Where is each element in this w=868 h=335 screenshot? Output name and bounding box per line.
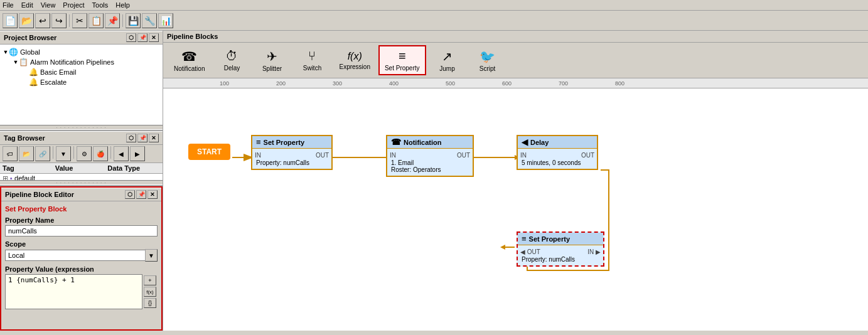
tool-delay[interactable]: ⏱ Delay <box>213 46 250 75</box>
ruler-500: 500 <box>446 80 455 87</box>
delay-header: ◀ Delay <box>518 136 597 149</box>
block-editor-close[interactable]: ✕ <box>147 190 158 199</box>
menu-view[interactable]: View <box>41 1 56 9</box>
main-layout: Project Browser ⬡ 📌 ✕ ▼ 🌐 Global ▼ 📋 Ala… <box>0 31 868 331</box>
ruler-800: 800 <box>615 80 624 87</box>
delay-detail: 5 minutes, 0 seconds <box>522 159 593 166</box>
tool-splitter[interactable]: ✈ Splitter <box>253 46 291 75</box>
tag-dtype-default <box>107 174 160 180</box>
main-toolbar: 📄 📂 ↩ ↪ ✂ 📋 📌 💾 🔧 📊 <box>0 11 868 31</box>
tree-item-escalate[interactable]: 🔔 Escalate <box>3 77 160 87</box>
tag-toolbar-sep <box>53 146 53 159</box>
tool-notification[interactable]: ☎ Notification <box>168 46 210 75</box>
toolbar-cut[interactable]: ✂ <box>72 13 87 28</box>
set-property-node-2[interactable]: ≡ Set Property ◀ OUT IN ▶ Property: numC… <box>517 231 604 267</box>
tag-row-default[interactable]: ⊞ ▪ default <box>0 174 163 180</box>
tree-label-escalate: Escalate <box>40 78 67 86</box>
tool-setproperty[interactable]: ≡ Set Property <box>378 45 426 75</box>
block-editor-pin[interactable]: 📌 <box>136 190 146 199</box>
tag-btn-7[interactable]: ◀ <box>114 146 129 161</box>
pipeline-canvas[interactable]: 100 200 300 400 500 600 700 800 <box>163 78 868 331</box>
tag-btn-3[interactable]: 🔗 <box>35 146 50 161</box>
property-value-textarea[interactable]: 1 {numCalls} + 1 <box>5 274 142 309</box>
project-browser: Project Browser ⬡ 📌 ✕ ▼ 🌐 Global ▼ 📋 Ala… <box>0 31 163 131</box>
escalate-icon: 🔔 <box>29 78 38 87</box>
notification-in: IN <box>390 152 396 159</box>
tool-script[interactable]: 🐦 Script <box>469 46 506 75</box>
tag-browser-resize[interactable]: · · · · · · · · · · · · · <box>0 180 163 185</box>
toolbar-extra3[interactable]: 📊 <box>158 13 173 28</box>
resize-dots2: · · · · · · · · · · · · · <box>56 180 107 186</box>
scope-select-arrow[interactable]: ▼ <box>145 249 158 262</box>
toolbar-new[interactable]: 📄 <box>3 13 18 28</box>
setproperty-label: Set Property <box>385 65 420 72</box>
switch-label: Switch <box>303 65 321 72</box>
property-name-input[interactable] <box>5 225 158 237</box>
expr-plus-btn[interactable]: + <box>144 275 156 285</box>
jump-label: Jump <box>439 65 454 72</box>
menu-help[interactable]: Help <box>115 1 130 9</box>
scope-select-wrapper: Local Global ▼ <box>5 249 158 262</box>
ruler-600: 600 <box>502 80 512 87</box>
tag-btn-8[interactable]: ▶ <box>130 146 145 161</box>
tool-expression[interactable]: f(x) Expression <box>333 48 375 73</box>
project-browser-close[interactable]: ✕ <box>149 33 159 42</box>
tag-browser-float[interactable]: ⬡ <box>126 134 136 142</box>
delay-ports: IN OUT <box>522 151 593 159</box>
tag-browser-close[interactable]: ✕ <box>149 134 159 142</box>
svg-marker-7 <box>500 245 505 250</box>
delay-node[interactable]: ◀ Delay IN OUT 5 minutes, 0 seconds <box>517 135 598 170</box>
tag-btn-4[interactable]: ▼ <box>56 146 71 161</box>
block-editor: Pipeline Block Editor ⬡ 📌 ✕ Set Property… <box>0 186 163 331</box>
project-browser-pin[interactable]: 📌 <box>137 33 147 42</box>
tag-col-datatype: Data Type <box>107 164 160 172</box>
expr-fx-btn[interactable]: f(x) <box>144 287 156 297</box>
tree-item-basic-email[interactable]: 🔔 Basic Email <box>3 67 160 77</box>
toolbar-open[interactable]: 📂 <box>19 13 34 28</box>
menu-edit[interactable]: Edit <box>21 1 33 9</box>
block-editor-title: Pipeline Block Editor <box>5 191 74 198</box>
script-icon: 🐦 <box>480 49 495 64</box>
ruler-400: 400 <box>389 80 399 87</box>
set-property-2-header: ≡ Set Property <box>518 233 603 245</box>
delay-out: OUT <box>581 152 594 159</box>
toolbar-extra2[interactable]: 🔧 <box>142 13 157 28</box>
set-property-node-1[interactable]: ≡ Set Property IN OUT Property: numCalls <box>251 135 333 170</box>
tree-item-global[interactable]: ▼ 🌐 Global <box>3 47 160 57</box>
notification-node[interactable]: ☎ Notification IN OUT 1. Email Roster: O… <box>386 135 474 177</box>
project-browser-float[interactable]: ⬡ <box>126 33 136 42</box>
block-editor-float[interactable]: ⬡ <box>125 190 135 199</box>
menu-file[interactable]: File <box>3 1 14 9</box>
menu-project[interactable]: Project <box>63 1 84 9</box>
pipeline-blocks-title: Pipeline Blocks <box>167 33 218 40</box>
tag-btn-2[interactable]: 📂 <box>19 146 34 161</box>
project-browser-resize[interactable]: · · · · · · · · · · · · · <box>0 125 163 130</box>
menubar: File Edit View Project Tools Help <box>0 0 868 11</box>
tool-switch[interactable]: ⑂ Switch <box>293 46 331 75</box>
toolbar-extra1[interactable]: 💾 <box>126 13 141 28</box>
expr-wrapper: 1 {numCalls} + 1 + f(x) {} <box>5 274 158 309</box>
toolbar-paste[interactable]: 📌 <box>105 13 120 28</box>
canvas-body[interactable]: START ≡ Set Property IN OUT Property: nu… <box>163 88 868 331</box>
tag-btn-5[interactable]: ⚙ <box>77 146 92 161</box>
tag-browser: Tag Browser ⬡ 📌 ✕ 🏷 📂 🔗 ▼ ⚙ 🍎 ◀ ▶ <box>0 131 163 186</box>
splitter-icon: ✈ <box>267 49 277 64</box>
set-property-2-ports: ◀ OUT IN ▶ <box>522 248 599 256</box>
menu-tools[interactable]: Tools <box>92 1 109 9</box>
tag-btn-6[interactable]: 🍎 <box>93 146 108 161</box>
toolbar-forward[interactable]: ↪ <box>51 13 67 28</box>
tag-btn-1[interactable]: 🏷 <box>3 146 18 161</box>
start-node[interactable]: START <box>188 144 230 160</box>
project-browser-controls: ⬡ 📌 ✕ <box>126 33 159 42</box>
tool-jump[interactable]: ↗ Jump <box>429 46 466 75</box>
expand-global: ▼ <box>3 49 9 55</box>
scope-select[interactable]: Local Global <box>5 250 146 261</box>
set-property-1-body: IN OUT Property: numCalls <box>252 149 331 169</box>
tag-browser-pin[interactable]: 📌 <box>137 134 147 142</box>
set-property-1-header: ≡ Set Property <box>252 136 331 149</box>
tree-item-pipelines[interactable]: ▼ 📋 Alarm Notification Pipelines <box>3 57 160 67</box>
toolbar-back[interactable]: ↩ <box>35 13 50 28</box>
expr-braces-btn[interactable]: {} <box>144 298 156 308</box>
expression-icon: f(x) <box>348 51 362 62</box>
toolbar-copy[interactable]: 📋 <box>88 13 104 28</box>
